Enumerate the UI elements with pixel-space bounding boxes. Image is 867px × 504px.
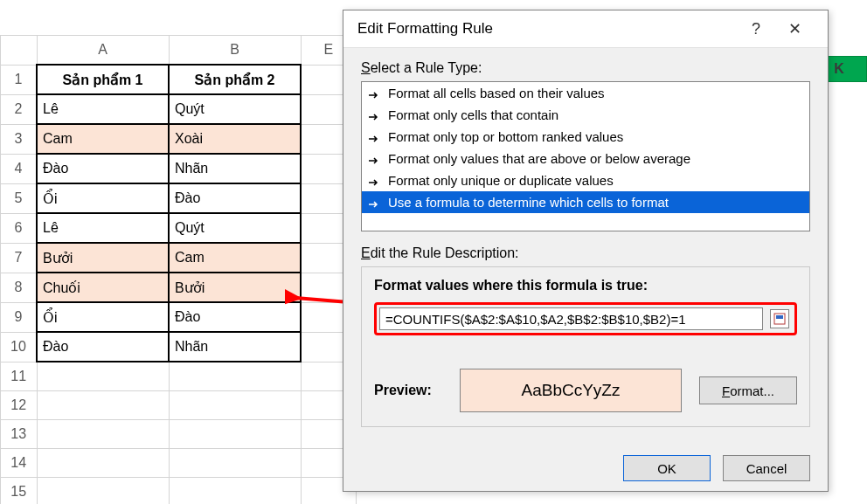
- cell[interactable]: Quýt: [169, 213, 301, 243]
- cell[interactable]: Nhãn: [169, 332, 301, 362]
- cell[interactable]: [37, 478, 169, 505]
- bullet-icon: [369, 151, 383, 166]
- cell[interactable]: Lê: [37, 213, 169, 243]
- rule-type-item[interactable]: Format only cells that contain: [362, 104, 809, 126]
- cell[interactable]: [37, 391, 169, 420]
- cell[interactable]: [169, 420, 301, 449]
- format-button[interactable]: Format...: [699, 376, 797, 404]
- rule-type-item[interactable]: Format only values that are above or bel…: [362, 148, 809, 169]
- select-all-cell[interactable]: [1, 36, 38, 66]
- cell[interactable]: Đào: [169, 183, 301, 213]
- spreadsheet[interactable]: A B E 1 Sản phẩm 1 Sản phẩm 2 2LêQuýt3Ca…: [0, 35, 357, 504]
- row-header[interactable]: 5: [1, 183, 38, 213]
- cancel-button[interactable]: Cancel: [723, 455, 810, 481]
- row-header[interactable]: 14: [1, 449, 38, 478]
- row-header[interactable]: 8: [1, 273, 38, 302]
- cell[interactable]: Bưởi: [169, 273, 301, 302]
- cell[interactable]: Bưởi: [37, 243, 169, 273]
- row-header[interactable]: 15: [1, 478, 38, 505]
- cell[interactable]: Đào: [37, 332, 169, 362]
- rule-type-item[interactable]: Use a formula to determine which cells t…: [362, 191, 809, 213]
- cell[interactable]: Cam: [37, 124, 169, 154]
- dialog-title: Edit Formatting Rule: [357, 20, 737, 38]
- close-button[interactable]: ✕: [775, 19, 814, 38]
- row-header[interactable]: 6: [1, 213, 38, 243]
- cell[interactable]: Cam: [169, 243, 301, 273]
- cell[interactable]: Ổi: [37, 183, 169, 213]
- cell[interactable]: Quýt: [169, 94, 301, 124]
- table-header-b[interactable]: Sản phẩm 2: [169, 65, 301, 94]
- formula-highlight: [374, 302, 797, 335]
- row-header[interactable]: 3: [1, 124, 38, 154]
- collapse-dialog-icon[interactable]: [770, 309, 789, 328]
- cell[interactable]: Chuối: [37, 273, 169, 302]
- row-header[interactable]: 11: [1, 362, 38, 391]
- preview-label: Preview:: [374, 383, 442, 398]
- rule-description-panel: Format values where this formula is true…: [361, 266, 810, 427]
- cell[interactable]: [169, 362, 301, 391]
- ok-button[interactable]: OK: [623, 455, 711, 481]
- row-header[interactable]: 10: [1, 332, 38, 362]
- row-header[interactable]: 1: [1, 65, 38, 94]
- svg-rect-2: [776, 315, 783, 319]
- titlebar: Edit Formatting Rule ? ✕: [343, 10, 828, 48]
- rule-type-item[interactable]: Format only unique or duplicate values: [362, 169, 809, 191]
- rule-type-item[interactable]: Format all cells based on their values: [362, 82, 809, 104]
- cell[interactable]: [37, 420, 169, 449]
- row-header[interactable]: 13: [1, 420, 38, 449]
- row-header[interactable]: 9: [1, 302, 38, 332]
- row-header[interactable]: 2: [1, 94, 38, 124]
- preview-sample: AaBbCcYyZz: [460, 369, 682, 412]
- cell[interactable]: Đào: [169, 302, 301, 332]
- cell[interactable]: [169, 449, 301, 478]
- help-button[interactable]: ?: [737, 20, 775, 38]
- formula-input[interactable]: [379, 307, 763, 330]
- bullet-icon: [369, 195, 383, 210]
- formula-label: Format values where this formula is true…: [374, 278, 797, 293]
- row-header[interactable]: 4: [1, 154, 38, 183]
- rule-type-list[interactable]: Format all cells based on their valuesFo…: [361, 81, 810, 231]
- cell[interactable]: Ổi: [37, 302, 169, 332]
- bullet-icon: [369, 86, 383, 100]
- rule-type-item[interactable]: Format only top or bottom ranked values: [362, 126, 809, 148]
- edit-formatting-rule-dialog: Edit Formatting Rule ? ✕ Select a Rule T…: [343, 10, 829, 492]
- cell[interactable]: Xoài: [169, 124, 301, 154]
- table-header-a[interactable]: Sản phẩm 1: [37, 65, 169, 94]
- cell[interactable]: [37, 362, 169, 391]
- cell[interactable]: [169, 478, 301, 505]
- col-header-b[interactable]: B: [169, 36, 301, 66]
- cell[interactable]: [169, 391, 301, 420]
- col-header-a[interactable]: A: [37, 36, 169, 66]
- cell[interactable]: [37, 449, 169, 478]
- bullet-icon: [369, 107, 383, 122]
- bullet-icon: [369, 129, 383, 144]
- edit-description-label: Edit the Rule Description:: [361, 245, 810, 261]
- row-header[interactable]: 7: [1, 243, 38, 273]
- row-header[interactable]: 12: [1, 391, 38, 420]
- cell[interactable]: Nhãn: [169, 154, 301, 183]
- cell[interactable]: Lê: [37, 94, 169, 124]
- cell[interactable]: Đào: [37, 154, 169, 183]
- bullet-icon: [369, 173, 383, 188]
- rule-type-label: Select a Rule Type:: [361, 60, 810, 76]
